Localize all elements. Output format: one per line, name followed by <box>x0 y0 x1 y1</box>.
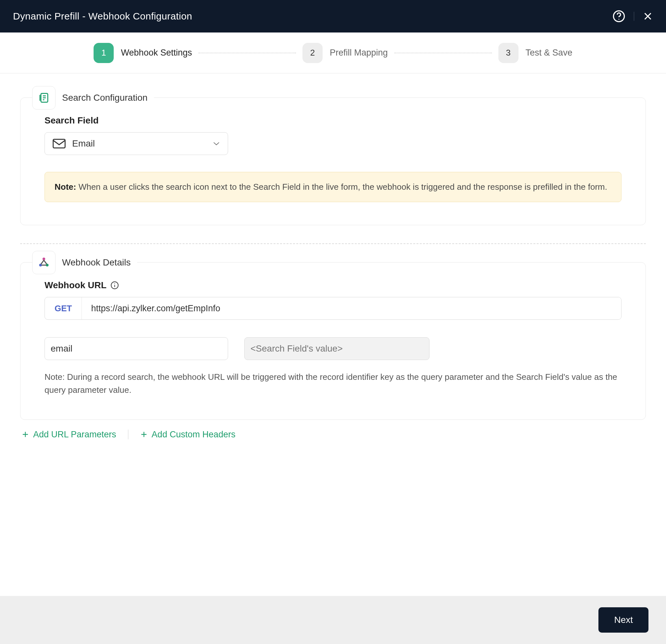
http-method[interactable]: GET <box>45 297 82 319</box>
section-header: Search Configuration <box>32 86 154 109</box>
webhook-note: Note: During a record search, the webhoo… <box>45 370 621 397</box>
dialog-footer: Next <box>0 596 666 644</box>
add-custom-headers-button[interactable]: Add Custom Headers <box>140 430 235 440</box>
plus-icon <box>21 431 29 438</box>
dialog-header: Dynamic Prefill - Webhook Configuration <box>0 0 666 33</box>
dialog-body: Search Configuration Search Field Email <box>0 73 666 596</box>
webhook-details-card: Webhook Details Webhook URL GET <box>20 262 646 420</box>
webhook-icon <box>32 251 55 274</box>
note-label: Note: <box>55 182 76 192</box>
envelope-icon <box>53 139 66 149</box>
link-label: Add URL Parameters <box>33 430 116 440</box>
search-configuration-card: Search Configuration Search Field Email <box>20 98 646 225</box>
step-label: Test & Save <box>526 48 573 58</box>
step-label: Prefill Mapping <box>330 48 388 58</box>
step-prefill-mapping[interactable]: 2 Prefill Mapping <box>302 43 388 63</box>
step-connector <box>395 53 492 53</box>
webhook-url-input[interactable] <box>82 297 621 319</box>
select-value: Email <box>72 138 95 149</box>
svg-point-1 <box>618 19 619 20</box>
webhook-url-row: GET <box>45 297 621 320</box>
step-webhook-settings[interactable]: 1 Webhook Settings <box>93 43 192 63</box>
step-number: 2 <box>302 43 322 63</box>
section-header: Webhook Details <box>32 251 137 274</box>
svg-point-3 <box>42 258 45 260</box>
svg-point-7 <box>115 283 115 284</box>
step-number: 3 <box>498 43 519 63</box>
dialog-title: Dynamic Prefill - Webhook Configuration <box>13 11 192 22</box>
link-separator <box>128 430 128 439</box>
info-icon[interactable] <box>110 281 119 290</box>
query-param-key-input[interactable] <box>45 337 228 360</box>
step-label: Webhook Settings <box>121 48 192 58</box>
add-url-parameters-button[interactable]: Add URL Parameters <box>21 430 116 440</box>
wizard-stepper: 1 Webhook Settings 2 Prefill Mapping 3 T… <box>0 33 666 73</box>
form-icon <box>32 86 55 109</box>
link-actions: Add URL Parameters Add Custom Headers <box>21 430 646 440</box>
search-field-label: Search Field <box>45 115 621 126</box>
chevron-down-icon <box>213 141 220 146</box>
header-actions <box>612 10 653 23</box>
section-title: Search Configuration <box>62 92 147 103</box>
header-divider <box>634 12 634 21</box>
query-param-row <box>45 337 621 360</box>
step-connector <box>198 53 296 53</box>
link-label: Add Custom Headers <box>152 430 235 440</box>
section-title: Webhook Details <box>62 257 130 268</box>
section-divider <box>20 243 646 244</box>
plus-icon <box>140 431 148 438</box>
svg-rect-2 <box>53 139 65 148</box>
search-field-select[interactable]: Email <box>45 132 228 155</box>
note-text: When a user clicks the search icon next … <box>76 182 607 192</box>
close-icon[interactable] <box>643 11 653 21</box>
step-number: 1 <box>93 43 114 63</box>
help-icon[interactable] <box>612 10 625 23</box>
search-note: Note: When a user clicks the search icon… <box>45 172 621 202</box>
next-button[interactable]: Next <box>598 607 648 633</box>
webhook-url-label: Webhook URL <box>45 280 621 291</box>
query-param-value-input <box>244 337 430 360</box>
step-test-save[interactable]: 3 Test & Save <box>498 43 573 63</box>
